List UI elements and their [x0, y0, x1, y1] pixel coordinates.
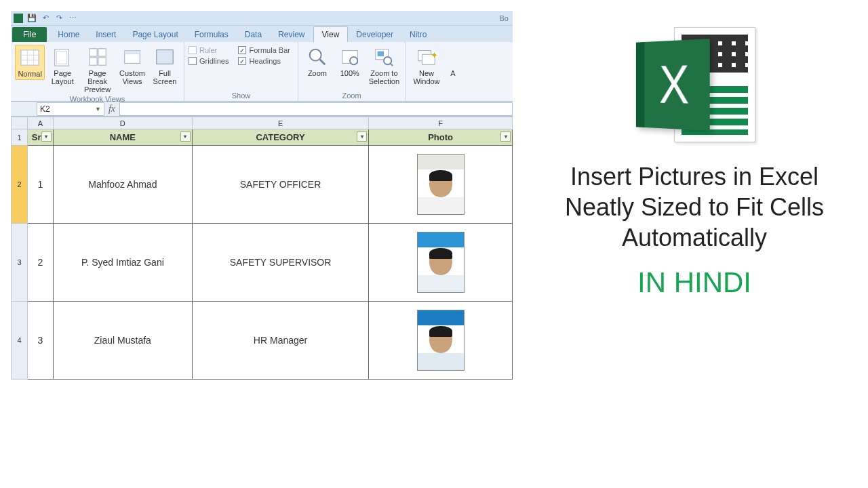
filter-icon[interactable]: ▾ — [500, 131, 511, 142]
qat-more-icon[interactable]: ⋯ — [68, 14, 77, 23]
tab-review[interactable]: Review — [270, 27, 313, 42]
photo-thumbnail[interactable] — [417, 310, 465, 371]
col-header-e[interactable]: E — [192, 117, 368, 129]
zoom-label: Zoom — [308, 69, 327, 77]
new-window-button[interactable]: ✦ New Window — [410, 45, 443, 87]
header-sr[interactable]: Sr n▾ — [28, 129, 54, 146]
ribbon-group-window: ✦ New Window A — [406, 42, 513, 101]
promo-title: Insert Pictures in Excel Neatly Sized to… — [565, 161, 824, 253]
filter-icon[interactable]: ▾ — [180, 131, 191, 142]
photo-thumbnail[interactable] — [417, 154, 465, 215]
table-row: 4 3 Ziaul Mustafa HR Manager — [12, 302, 513, 380]
svg-line-22 — [391, 63, 393, 66]
formula-input[interactable] — [119, 102, 513, 116]
row-header-3[interactable]: 3 — [12, 224, 28, 302]
cell-category[interactable]: SAFETY SUPERVISOR — [192, 224, 368, 302]
cell-category[interactable]: SAFETY OFFICER — [192, 146, 368, 224]
col-header-d[interactable]: D — [53, 117, 192, 129]
zoom-selection-button[interactable]: Zoom to Selection — [368, 45, 401, 87]
new-window-icon: ✦ — [416, 46, 437, 68]
header-category[interactable]: CATEGORY▾ — [192, 129, 368, 146]
page-layout-button[interactable]: Page Layout — [47, 45, 77, 87]
col-header-f[interactable]: F — [369, 117, 513, 129]
svg-rect-9 — [98, 49, 106, 56]
normal-view-label: Normal — [18, 70, 41, 78]
window-group-spacer — [410, 92, 509, 101]
tab-data[interactable]: Data — [237, 27, 270, 42]
full-screen-button[interactable]: Full Screen — [150, 45, 180, 87]
arrange-button-trunc[interactable]: A — [446, 45, 460, 79]
file-tab[interactable]: File — [12, 27, 47, 42]
svg-line-16 — [320, 60, 326, 65]
headings-checkbox[interactable]: ✓Headings — [238, 56, 290, 66]
spreadsheet[interactable]: A D E F 1 Sr n▾ NAME▾ CATEGORY▾ Photo▾ 2… — [11, 117, 513, 380]
ribbon: Normal Page Layout Page Break Preview — [11, 42, 513, 102]
fx-icon[interactable]: fx — [104, 104, 119, 115]
excel-icon — [14, 14, 23, 23]
tab-nitro[interactable]: Nitro — [401, 27, 435, 42]
arrange-label-trunc: A — [450, 69, 455, 77]
normal-view-button[interactable]: Normal — [15, 45, 45, 80]
tab-insert[interactable]: Insert — [87, 27, 124, 42]
cell-category[interactable]: HR Manager — [192, 302, 368, 380]
zoom-selection-label: Zoom to Selection — [369, 69, 399, 85]
zoom-100-button[interactable]: 100% — [335, 45, 365, 79]
zoom-selection-icon — [373, 46, 395, 68]
row-header-4[interactable]: 4 — [12, 302, 28, 380]
save-icon[interactable]: 💾 — [27, 14, 37, 23]
name-box[interactable]: K2 ▼ — [37, 102, 104, 116]
tab-formulas[interactable]: Formulas — [186, 27, 237, 42]
ribbon-group-views: Normal Page Layout Page Break Preview — [11, 42, 184, 101]
svg-point-15 — [310, 49, 321, 61]
window-title-tail: Bo — [500, 14, 513, 22]
tab-view[interactable]: View — [313, 26, 349, 42]
redo-icon[interactable]: ↷ — [54, 14, 64, 23]
tab-page-layout[interactable]: Page Layout — [124, 27, 186, 42]
page-break-label: Page Break Preview — [81, 69, 113, 94]
svg-point-18 — [350, 57, 357, 64]
cell-sr[interactable]: 2 — [28, 224, 54, 302]
excel-window: 💾 ↶ ↷ ⋯ Bo File Home Insert Page Layout … — [11, 11, 513, 455]
cell-photo[interactable] — [369, 146, 513, 224]
cell-sr[interactable]: 1 — [28, 146, 54, 224]
svg-rect-20 — [378, 52, 384, 57]
cell-photo[interactable] — [369, 224, 513, 302]
ribbon-group-zoom: Zoom 100% Zoom to Selection Zoom — [298, 42, 406, 101]
svg-rect-0 — [21, 50, 39, 66]
page-break-button[interactable]: Page Break Preview — [80, 45, 115, 95]
tab-home[interactable]: Home — [50, 27, 87, 42]
header-photo[interactable]: Photo▾ — [369, 129, 513, 146]
undo-icon[interactable]: ↶ — [41, 14, 50, 23]
custom-views-button[interactable]: Custom Views — [117, 45, 147, 87]
cell-photo[interactable] — [369, 302, 513, 380]
custom-views-icon — [121, 46, 143, 68]
formula-bar-checkbox[interactable]: ✓Formula Bar — [238, 45, 290, 56]
tab-developer[interactable]: Developer — [348, 27, 401, 42]
full-screen-icon — [154, 46, 176, 68]
promo-line3: Automatically — [565, 222, 824, 253]
logo-book-icon: X — [636, 39, 710, 131]
name-box-dropdown-icon[interactable]: ▼ — [95, 106, 101, 113]
cell-name[interactable]: Mahfooz Ahmad — [53, 146, 192, 224]
ribbon-group-show: Ruler Gridlines ✓Formula Bar ✓Headings S… — [184, 42, 298, 101]
zoom-button[interactable]: Zoom — [302, 45, 332, 79]
cell-sr[interactable]: 3 — [28, 302, 54, 380]
select-all-corner[interactable] — [12, 117, 28, 129]
filter-icon[interactable]: ▾ — [357, 131, 367, 142]
excel-logo: X — [633, 27, 755, 142]
normal-view-icon — [19, 47, 41, 68]
cell-name[interactable]: P. Syed Imtiaz Gani — [53, 224, 192, 302]
quick-access-toolbar: 💾 ↶ ↷ ⋯ Bo — [11, 11, 513, 26]
gridlines-checkbox[interactable]: Gridlines — [189, 56, 229, 66]
header-name[interactable]: NAME▾ — [53, 129, 192, 146]
row-header-1[interactable]: 1 — [12, 129, 28, 146]
col-header-a[interactable]: A — [28, 117, 54, 129]
photo-thumbnail[interactable] — [417, 232, 465, 293]
cell-name[interactable]: Ziaul Mustafa — [53, 302, 192, 380]
page-break-icon — [87, 46, 108, 68]
row-header-2[interactable]: 2 — [12, 146, 28, 224]
ribbon-tabs: File Home Insert Page Layout Formulas Da… — [11, 26, 513, 42]
svg-rect-8 — [89, 49, 96, 56]
filter-icon[interactable]: ▾ — [41, 131, 52, 142]
svg-rect-10 — [89, 58, 96, 65]
